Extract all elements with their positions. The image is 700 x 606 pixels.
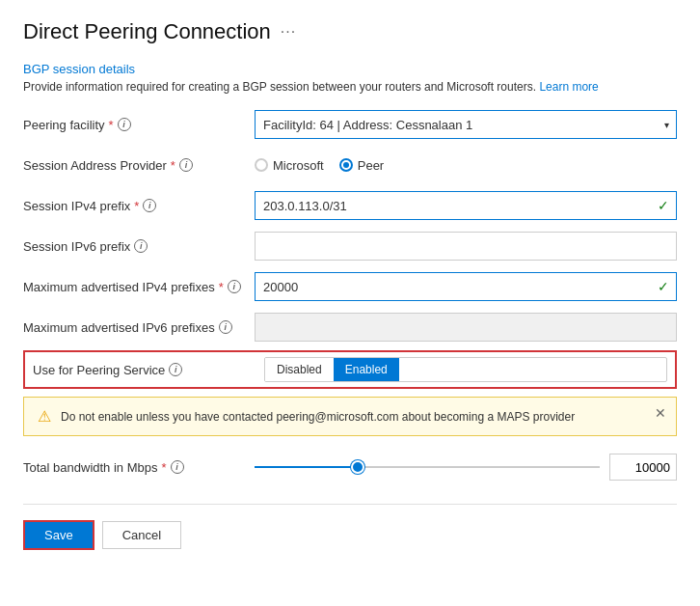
footer-buttons: Save Cancel — [23, 520, 677, 550]
bandwidth-slider[interactable] — [255, 466, 600, 468]
check-icon-ipv4: ✓ — [658, 198, 669, 213]
radio-circle-microsoft — [255, 158, 268, 172]
total-bandwidth-row: Total bandwidth in Mbps * i — [23, 450, 677, 484]
radio-circle-peer — [339, 158, 353, 172]
use-peering-service-row: Use for Peering Service i Disabled Enabl… — [23, 350, 677, 389]
cancel-button[interactable]: Cancel — [102, 521, 181, 549]
use-peering-service-label: Use for Peering Service i — [33, 363, 264, 377]
max-ipv4-input[interactable] — [255, 272, 677, 301]
session-ipv4-label: Session IPv4 prefix * i — [23, 199, 255, 213]
required-star: * — [171, 158, 175, 173]
warning-text: Do not enable unless you have contacted … — [61, 410, 575, 424]
total-bandwidth-label: Total bandwidth in Mbps * i — [23, 460, 255, 475]
toggle-enabled-option[interactable]: Enabled — [334, 358, 399, 381]
radio-label-microsoft: Microsoft — [273, 158, 324, 173]
session-address-provider-control: Microsoft Peer — [255, 158, 677, 173]
session-ipv4-row: Session IPv4 prefix * i ✓ — [23, 188, 677, 223]
warning-banner: ⚠ Do not enable unless you have contacte… — [23, 397, 677, 436]
ellipsis-menu-icon[interactable]: ··· — [281, 23, 296, 41]
max-ipv4-control: ✓ — [255, 272, 677, 301]
session-ipv4-info-icon[interactable]: i — [143, 199, 156, 212]
max-ipv6-control — [255, 313, 677, 342]
session-ipv6-label: Session IPv6 prefix i — [23, 239, 255, 254]
max-ipv4-row: Maximum advertised IPv4 prefixes * i ✓ — [23, 269, 677, 304]
radio-dot-peer — [343, 162, 349, 168]
use-peering-info-icon[interactable]: i — [169, 363, 182, 376]
max-ipv4-info-icon[interactable]: i — [228, 280, 241, 293]
toggle-disabled-option[interactable]: Disabled — [265, 358, 334, 381]
peering-service-toggle[interactable]: Disabled Enabled — [264, 357, 667, 382]
footer-divider — [23, 504, 677, 505]
session-address-radio-group: Microsoft Peer — [255, 158, 677, 173]
peering-facility-label: Peering facility * i — [23, 118, 255, 132]
max-ipv6-input[interactable] — [255, 313, 677, 342]
bandwidth-input[interactable] — [609, 454, 677, 481]
peering-facility-dropdown-wrap: FacilityId: 64 | Address: Cessnalaan 1 ▾ — [255, 110, 677, 139]
session-address-provider-label: Session Address Provider * i — [23, 158, 255, 173]
required-star: * — [134, 199, 139, 213]
slider-thumb — [351, 460, 364, 474]
bgp-section-desc: Provide information required for creatin… — [23, 80, 677, 94]
save-button[interactable]: Save — [23, 520, 94, 550]
session-ipv4-input-wrap: ✓ — [255, 191, 677, 220]
session-ipv6-info-icon[interactable]: i — [134, 239, 148, 253]
max-ipv6-row: Maximum advertised IPv6 prefixes i — [23, 310, 677, 344]
required-star: * — [161, 460, 166, 475]
max-ipv4-label: Maximum advertised IPv4 prefixes * i — [23, 280, 255, 294]
radio-peer[interactable]: Peer — [339, 158, 384, 173]
bandwidth-slider-wrap — [255, 454, 677, 481]
radio-label-peer: Peer — [358, 158, 384, 173]
session-ipv6-input[interactable] — [255, 232, 677, 261]
learn-more-link[interactable]: Learn more — [539, 80, 598, 94]
session-address-provider-row: Session Address Provider * i Microsoft P… — [23, 148, 677, 182]
warning-close-button[interactable]: ✕ — [655, 405, 666, 421]
use-peering-service-control: Disabled Enabled — [264, 357, 667, 382]
peering-facility-control: FacilityId: 64 | Address: Cessnalaan 1 ▾ — [255, 110, 677, 139]
session-ipv4-input[interactable] — [255, 191, 677, 220]
peering-facility-select[interactable]: FacilityId: 64 | Address: Cessnalaan 1 — [255, 110, 677, 139]
max-ipv4-input-wrap: ✓ — [255, 272, 677, 301]
total-bandwidth-info-icon[interactable]: i — [171, 460, 184, 474]
session-ipv6-row: Session IPv6 prefix i — [23, 229, 677, 263]
required-star: * — [219, 280, 224, 294]
warning-icon: ⚠ — [38, 407, 51, 426]
required-star: * — [109, 118, 114, 132]
peering-facility-row: Peering facility * i FacilityId: 64 | Ad… — [23, 107, 677, 142]
session-ipv4-control: ✓ — [255, 191, 677, 220]
check-icon-max-ipv4: ✓ — [658, 279, 669, 294]
page-title: Direct Peering Connection — [23, 19, 271, 44]
bgp-section-label: BGP session details — [23, 62, 677, 76]
max-ipv6-label: Maximum advertised IPv6 prefixes i — [23, 320, 255, 335]
session-ipv6-control — [255, 232, 677, 261]
page-title-row: Direct Peering Connection ··· — [23, 19, 677, 44]
session-address-info-icon[interactable]: i — [179, 158, 193, 172]
radio-microsoft[interactable]: Microsoft — [255, 158, 324, 173]
max-ipv6-info-icon[interactable]: i — [219, 320, 232, 334]
peering-facility-info-icon[interactable]: i — [118, 118, 131, 131]
